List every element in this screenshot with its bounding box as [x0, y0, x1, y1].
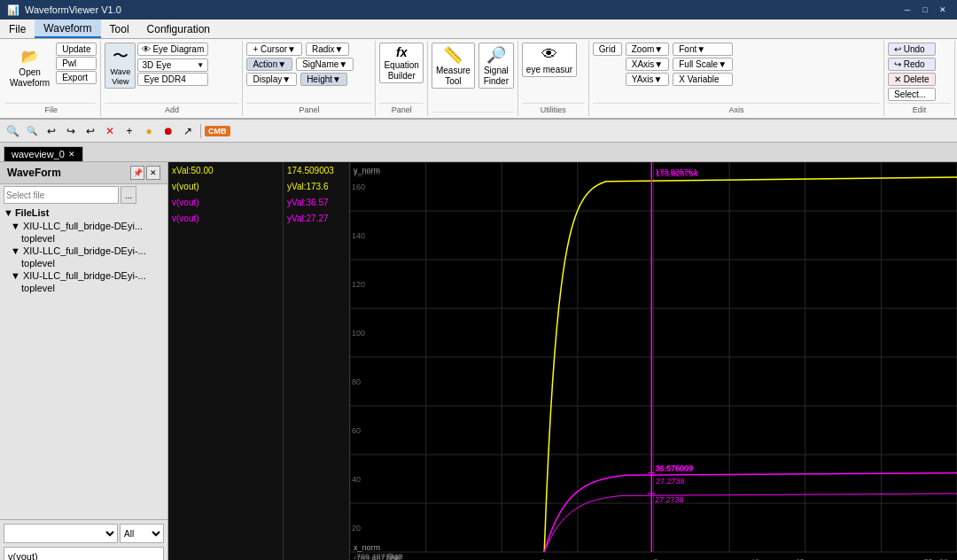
- signal-label-3: v(vout): [168, 210, 283, 226]
- x-norm-label: x_norm: [354, 543, 380, 552]
- xaxis-button[interactable]: XAxis▼: [626, 58, 669, 71]
- redo-toolbar-button[interactable]: ↪: [62, 122, 80, 140]
- yellow-button[interactable]: ●: [140, 122, 158, 140]
- ribbon-group-display: + Cursor▼ Radix▼ Action▼ SigName▼ Displa…: [243, 41, 376, 116]
- maximize-button[interactable]: □: [918, 3, 932, 17]
- filelist-label: FileList: [15, 207, 50, 218]
- tab-waveview0[interactable]: waveview_0 ✕: [4, 146, 83, 161]
- display-button[interactable]: Display▼: [246, 73, 297, 86]
- tree-item-xiu2[interactable]: ▼ XIU-LLC_full_bridge-DEyi-...: [0, 245, 167, 257]
- file-input[interactable]: [4, 186, 119, 204]
- open-waveform-button[interactable]: 📂 Open Waveform: [5, 43, 54, 90]
- ribbon-file-content: 📂 Open Waveform Update Pwl Export: [5, 43, 97, 101]
- stop-button[interactable]: ✕: [101, 122, 119, 140]
- sidebar-close-button[interactable]: ✕: [146, 166, 160, 180]
- y-norm-label: y_norm: [354, 166, 380, 175]
- zoom-out-button[interactable]: 🔍: [23, 122, 41, 140]
- xcoord-display: 174.509003: [284, 162, 349, 178]
- menu-waveform[interactable]: Waveform: [35, 19, 100, 38]
- font-button[interactable]: Font▼: [673, 43, 733, 56]
- fullscale-button[interactable]: Full Scale▼: [673, 58, 733, 71]
- update-button[interactable]: Update: [56, 43, 97, 56]
- cursor-button[interactable]: + Cursor▼: [246, 43, 302, 56]
- select-button[interactable]: Select...: [888, 88, 936, 101]
- action-button[interactable]: Action▼: [246, 58, 292, 71]
- sidebar-controls: 📌 ✕: [130, 166, 160, 180]
- pointer-button[interactable]: ↗: [179, 122, 197, 140]
- delete-button[interactable]: ✕ Delete: [888, 73, 936, 86]
- zoom-in-button[interactable]: 🔍: [4, 122, 21, 140]
- ribbon-group-file: 📂 Open Waveform Update Pwl Export File: [2, 41, 101, 116]
- export-button[interactable]: Export: [56, 71, 97, 84]
- grid-button[interactable]: Grid: [593, 43, 622, 56]
- tree-item-toplevel3[interactable]: toplevel: [0, 282, 167, 294]
- app-icon: 📊: [7, 4, 19, 16]
- pwl-button[interactable]: Pwl: [56, 57, 97, 70]
- signal-area: ▼ FileList ▼ XIU-LLC_full_bridge-DEyi...…: [0, 206, 167, 519]
- toolbar-separator: [200, 124, 201, 138]
- xvariable-button[interactable]: X Variable: [673, 73, 733, 86]
- x-line-label: line: [387, 554, 400, 560]
- ribbon-utilities-label: Utilities: [522, 103, 585, 114]
- ribbon-group-measure: 📏 Measure Tool 🔎 Signal Finder: [428, 41, 518, 116]
- signame-button[interactable]: SigName▼: [296, 58, 354, 71]
- ribbon-display-label: Panel: [246, 103, 371, 114]
- tree-item-xiu3[interactable]: ▼ XIU-LLC_full_bridge-DEyi-...: [0, 269, 167, 282]
- equation-builder-button[interactable]: fx Equation Builder: [379, 43, 423, 83]
- minimize-button[interactable]: ─: [900, 3, 914, 17]
- sidebar-pin-button[interactable]: 📌: [130, 166, 144, 180]
- filter-select2[interactable]: All: [120, 524, 164, 543]
- radix-button[interactable]: Radix▼: [306, 43, 349, 56]
- eye-ddr4-button[interactable]: Eye DDR4: [137, 73, 208, 86]
- filter-select1[interactable]: [4, 524, 118, 543]
- undo2-toolbar-button[interactable]: ↩: [82, 122, 99, 140]
- tree-item-toplevel2[interactable]: toplevel: [0, 257, 167, 269]
- undo-button[interactable]: ↩ Undo: [888, 43, 936, 56]
- val-3: yVal:27.27: [284, 210, 349, 226]
- cursor-label-mid1: 36.576009: [656, 463, 694, 472]
- select-row: All: [4, 524, 164, 543]
- add-button[interactable]: +: [121, 122, 138, 140]
- ribbon-display-content: + Cursor▼ Radix▼ Action▼ SigName▼ Displa…: [246, 43, 371, 101]
- waveform-area: xVal:50.00 v(vout) v(vout) v(vout) 174.5…: [168, 162, 957, 560]
- sidebar-bottom: All: [0, 519, 167, 560]
- menu-bar: File Waveform Tool Configuration: [0, 19, 957, 39]
- 3d-eye-dropdown[interactable]: 3D Eye ▼: [137, 58, 208, 72]
- tree-item-toplevel1[interactable]: toplevel: [0, 232, 167, 245]
- close-button[interactable]: ✕: [936, 3, 950, 17]
- cursor-label-mid2: 27.2738: [656, 477, 685, 486]
- signal-input[interactable]: [4, 547, 164, 560]
- zoom-button[interactable]: Zoom▼: [626, 43, 669, 56]
- signal-label-2: v(vout): [168, 194, 283, 210]
- yaxis-button[interactable]: YAxis▼: [626, 73, 669, 86]
- undo-toolbar-button[interactable]: ↩: [43, 122, 60, 140]
- file-browse-button[interactable]: ...: [121, 186, 136, 204]
- menu-tool[interactable]: Tool: [101, 19, 138, 38]
- menu-configuration[interactable]: Configuration: [138, 19, 219, 38]
- height-button[interactable]: Height▼: [300, 73, 347, 86]
- canvas-area[interactable]: y_norm 173.825754 36.576009 27.2738 x_no…: [350, 162, 957, 560]
- ribbon-axis-label: Axis: [593, 103, 880, 114]
- signal-finder-button[interactable]: 🔎 Signal Finder: [478, 43, 514, 89]
- ribbon-eye-content: 👁 eye measur: [522, 43, 585, 101]
- tree-item-xiu1[interactable]: ▼ XIU-LLC_full_bridge-DEyi...: [0, 220, 167, 232]
- eye-measure-button[interactable]: 👁 eye measur: [522, 43, 577, 77]
- expand-icon: ▼: [4, 207, 13, 218]
- waveform-canvas[interactable]: [350, 162, 957, 560]
- toolbar-strip: 🔍 🔍 ↩ ↪ ↩ ✕ + ● ⏺ ↗ CMB: [0, 120, 957, 143]
- measure-tool-button[interactable]: 📏 Measure Tool: [432, 43, 475, 89]
- ribbon-measure-label: [432, 112, 514, 114]
- menu-file[interactable]: File: [0, 19, 35, 38]
- eye-diagram-label[interactable]: Eye Diagram: [152, 44, 204, 54]
- file-row: ...: [0, 184, 167, 206]
- eye-stack: 👁 Eye Diagram 3D Eye ▼ Eye DDR4: [137, 43, 208, 86]
- redo-button[interactable]: ↪ Redo: [888, 58, 936, 71]
- wave-view-button[interactable]: 〜 Wave View: [105, 43, 136, 89]
- collapse-icon: ▼: [11, 221, 23, 231]
- record-button[interactable]: ⏺: [160, 122, 177, 140]
- filelist-header[interactable]: ▼ FileList: [0, 206, 167, 220]
- sidebar-title: WaveForm: [7, 167, 61, 179]
- tab-close-icon[interactable]: ✕: [68, 150, 75, 159]
- sidebar: WaveForm 📌 ✕ ... ▼ FileList ▼ XIU-LLC_fu…: [0, 162, 168, 560]
- cursor-label-top: 173.825754: [656, 169, 698, 178]
